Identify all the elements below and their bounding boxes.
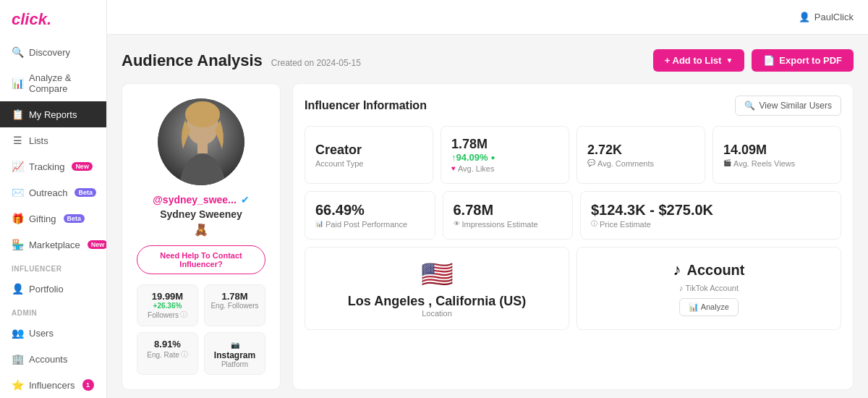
info-panel-title: Influencer Information — [305, 99, 427, 112]
sidebar-item-discovery[interactable]: 🔍 Discovery — [0, 39, 106, 65]
sidebar-item-marketplace[interactable]: 🏪 Marketplace New — [0, 232, 106, 258]
paid-icon: 📊 — [315, 220, 323, 227]
avg-comments-label: Avg. Comments — [597, 159, 654, 168]
sidebar-item-users[interactable]: 👥 Users — [0, 320, 106, 346]
influencer-emoji: 🧸 — [194, 223, 208, 237]
sidebar-item-gifting[interactable]: 🎁 Gifting Beta — [0, 206, 106, 232]
paid-post-value: 66.49% — [315, 202, 425, 219]
header-actions: + Add to List ▼ 📄 Export to PDF — [653, 49, 854, 72]
tiktok-sub-label: ♪ TikTok Account — [679, 284, 739, 292]
view-similar-users-button[interactable]: 🔍 View Similar Users — [735, 96, 841, 116]
avatar-silhouette — [158, 98, 244, 185]
influencer-username: @sydney_swee... — [153, 194, 237, 206]
sidebar-item-outreach[interactable]: ✉️ Outreach Beta — [0, 179, 106, 206]
main-content: 👤 PaulClick Audience Analysis Created on… — [107, 0, 868, 398]
instagram-icon: 📷 — [231, 341, 239, 349]
lists-icon: ☰ — [12, 135, 23, 146]
followers-value: 19.99M — [143, 291, 192, 302]
eng-followers-label: Eng. Followers — [210, 302, 259, 310]
accounts-icon: 🏢 — [12, 353, 23, 365]
eng-rate-label: Eng. Rate ⓘ — [143, 350, 192, 360]
account-type-label: Account Type — [315, 159, 422, 168]
account-type-value: Creator — [315, 143, 422, 158]
avg-comments-value: 2.72K — [587, 143, 694, 158]
analyze-icon: 📊 — [12, 77, 23, 89]
influencer-section-label: INFLUENCER — [0, 258, 106, 276]
eng-rate-stat: 8.91% Eng. Rate ⓘ — [137, 332, 198, 375]
admin-section-label: ADMIN — [0, 302, 106, 320]
contact-influencer-button[interactable]: Need Help To Contact Influencer? — [137, 245, 265, 274]
add-to-list-button[interactable]: + Add to List ▼ — [653, 49, 745, 72]
info-icon: ⓘ — [180, 310, 187, 320]
sidebar-item-analyze[interactable]: 📊 Analyze & Compare — [0, 65, 106, 101]
info-panel-header: Influencer Information 🔍 View Similar Us… — [305, 96, 841, 116]
impressions-value: 6.78M — [454, 202, 563, 219]
avg-likes-label: Avg. Likes — [458, 164, 495, 173]
platform-name: Instagram — [214, 350, 255, 360]
discovery-icon: 🔍 — [12, 46, 23, 58]
stats-grid: 19.99M +26.36% Followers ⓘ 1.78M Eng. Fo… — [137, 284, 265, 375]
portfolio-icon: 👤 — [12, 283, 23, 295]
reels-icon: 🎬 — [723, 159, 731, 166]
export-pdf-button[interactable]: 📄 Export to PDF — [752, 49, 854, 72]
metrics-row-3: 🇺🇸 Los Angeles , California (US) Locatio… — [305, 247, 841, 330]
growth-dot: ● — [491, 153, 495, 161]
tiktok-icon: ♪ — [673, 261, 681, 279]
search-icon: 🔍 — [744, 101, 755, 111]
impressions-card: 6.78M 👁 Impressions Estimate — [443, 191, 574, 240]
logo: click. — [0, 0, 106, 39]
page-title-area: Audience Analysis Created on 2024-05-15 — [122, 51, 361, 70]
price-icon: ⓘ — [591, 219, 597, 229]
flag-icon: 🇺🇸 — [421, 259, 454, 289]
chart-icon: 📊 — [689, 302, 700, 311]
sidebar-item-tracking[interactable]: 📈 Tracking New — [0, 153, 106, 179]
outreach-icon: ✉️ — [12, 187, 23, 198]
metrics-row-1: Creator Account Type 1.78M ↑94.09% ● ♥ A… — [305, 126, 841, 184]
sidebar-item-portfolio[interactable]: 👤 Portfolio — [0, 276, 106, 302]
tracking-badge: New — [72, 162, 93, 171]
svg-rect-3 — [197, 143, 208, 153]
paid-post-label: Paid Post Performance — [326, 220, 407, 229]
price-estimate-value: $124.3K - $275.0K — [591, 202, 830, 219]
eng-followers-stat: 1.78M Eng. Followers — [204, 284, 265, 326]
platform-stat: 📷 Instagram Platform — [204, 332, 265, 375]
page-subtitle: Created on 2024-05-15 — [271, 58, 361, 68]
page-title: Audience Analysis — [122, 51, 263, 70]
gifting-icon: 🎁 — [12, 213, 23, 224]
avg-likes-card: 1.78M ↑94.09% ● ♥ Avg. Likes — [441, 126, 569, 184]
tiktok-analyze-button[interactable]: 📊 Analyze — [679, 298, 739, 316]
sidebar-item-lists[interactable]: ☰ Lists — [0, 127, 106, 153]
tracking-icon: 📈 — [12, 161, 23, 172]
influencers-count-badge: 1 — [82, 379, 94, 391]
platform-label: Platform — [210, 360, 259, 368]
influencer-profile-card: @sydney_swee... ✔ Sydney Sweeney 🧸 Need … — [122, 83, 281, 390]
eng-rate-value: 8.91% — [143, 339, 192, 350]
svg-point-2 — [185, 101, 220, 127]
comments-icon: 💬 — [587, 159, 595, 166]
sidebar-item-my-reports[interactable]: 📋 My Reports — [0, 101, 106, 127]
paid-post-card: 66.49% 📊 Paid Post Performance — [305, 191, 435, 240]
avg-reels-value: 14.09M — [723, 143, 830, 158]
price-estimate-label: Price Estimate — [600, 220, 651, 229]
sidebar: click. 🔍 Discovery 📊 Analyze & Compare 📋… — [0, 0, 107, 398]
location-label: Location — [422, 309, 452, 318]
sidebar-item-influencers[interactable]: ⭐ Influencers 1 — [0, 372, 106, 398]
username-row: @sydney_swee... ✔ — [153, 194, 250, 206]
followers-growth: +26.36% — [143, 302, 192, 310]
tiktok-account-title: Account — [687, 262, 745, 279]
price-estimate-card: $124.3K - $275.0K ⓘ Price Estimate — [580, 191, 841, 240]
impressions-icon: 👁 — [454, 220, 460, 227]
dropdown-arrow-icon: ▼ — [726, 56, 733, 64]
content-layout: @sydney_swee... ✔ Sydney Sweeney 🧸 Need … — [122, 83, 854, 390]
location-city: Los Angeles , California (US) — [348, 294, 526, 309]
sidebar-nav: 🔍 Discovery 📊 Analyze & Compare 📋 My Rep… — [0, 39, 106, 398]
metrics-row-2: 66.49% 📊 Paid Post Performance 6.78M 👁 I… — [305, 191, 841, 240]
avg-reels-card: 14.09M 🎬 Avg. Reels Views — [712, 126, 841, 184]
reports-icon: 📋 — [12, 109, 23, 120]
marketplace-icon: 🏪 — [12, 239, 23, 250]
verified-icon: ✔ — [241, 194, 250, 206]
brand-name: click. — [12, 10, 51, 29]
tiktok-header: ♪ Account — [673, 261, 745, 279]
avg-likes-growth: ↑94.09% — [451, 152, 488, 163]
sidebar-item-accounts[interactable]: 🏢 Accounts — [0, 346, 106, 372]
